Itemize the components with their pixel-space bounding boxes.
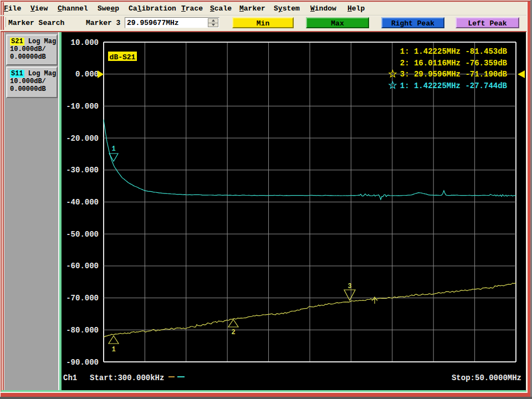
svg-text:dB-S21: dB-S21 [110,53,136,62]
svg-text:-90.000: -90.000 [66,358,99,367]
svg-text:-40.000: -40.000 [66,198,99,207]
svg-text:1: 1 [111,346,115,354]
svg-text:3: 3 [347,283,351,290]
svg-text:2: 2 [231,329,235,336]
svg-text:3: 29.9596MHz -71.190dB: 3: 29.9596MHz -71.190dB [400,70,508,79]
svg-text:1: 1 [111,145,115,153]
svg-text:10.000: 10.000 [71,38,99,47]
svg-text:-70.000: -70.000 [66,294,99,303]
svg-text:-10.000: -10.000 [66,102,99,111]
svg-text:-20.000: -20.000 [66,134,99,143]
svg-text:-80.000: -80.000 [66,326,99,335]
svg-text:2: 16.0116MHz -76.359dB: 2: 16.0116MHz -76.359dB [400,59,508,68]
svg-text:1: 1.42225MHz -81.453dB: 1: 1.42225MHz -81.453dB [400,47,508,56]
svg-text:1: 1.42225MHz -27.744dB: 1: 1.42225MHz -27.744dB [400,81,508,90]
svg-text:Start:300.000kHz: Start:300.000kHz [90,374,164,382]
svg-text:-60.000: -60.000 [66,262,99,270]
svg-text:Ch1: Ch1 [63,374,77,382]
svg-text:-30.000: -30.000 [66,166,99,175]
svg-text:0.000: 0.000 [75,70,99,79]
svg-text:Stop:50.0000MHz: Stop:50.0000MHz [452,374,521,382]
svg-text:-50.000: -50.000 [66,230,99,239]
